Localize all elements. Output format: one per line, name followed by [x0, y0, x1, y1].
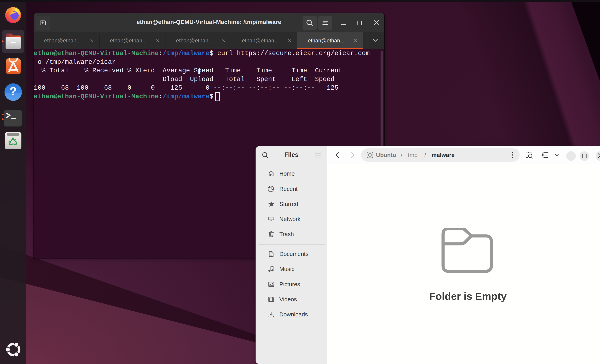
svg-text:?: ? — [9, 85, 17, 98]
